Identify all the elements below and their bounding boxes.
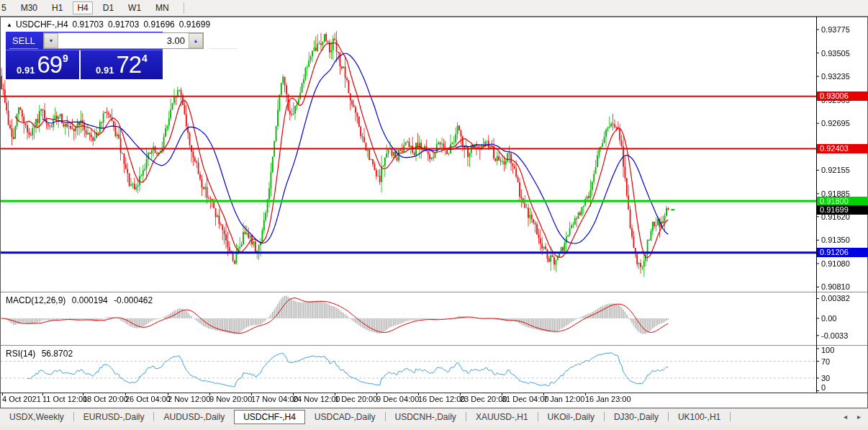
macd-axis-tick: 0.00	[821, 314, 836, 323]
ohlc-low: 0.91696	[143, 19, 174, 30]
price-axis-tick: 0.91080	[821, 259, 850, 268]
tabs-scroll-left-icon[interactable]: ◂	[844, 413, 847, 421]
tab-audusd-daily[interactable]: AUDUSD-,Daily	[154, 410, 234, 424]
time-axis-label: 11 Oct 12:00	[42, 395, 87, 403]
time-axis-label: 16 Jan 23:00	[585, 395, 631, 403]
time-axis-label: 17 Nov 04:00	[251, 395, 298, 403]
price-level-badge: 0.92403	[817, 144, 868, 153]
tab-separator	[730, 412, 731, 421]
time-axis-label: 2 Nov 12:00	[168, 395, 210, 403]
chart-title: ▲ USDCHF-,H4 0.91703 0.91703 0.91696 0.9…	[6, 19, 214, 30]
macd-signal: -0.000462	[114, 295, 153, 305]
time-axis-label: 16 Dec 12:00	[418, 395, 465, 403]
one-click-trading-panel: SELL ▼ ▲ BUY 0.91 69 9 0.91 72 4	[6, 32, 163, 79]
bid-price-prefix: 0.91	[17, 65, 35, 76]
timeframe-w1-button[interactable]: W1	[124, 1, 145, 14]
tab-xauusd-h1[interactable]: XAUUSD-,H1	[466, 410, 538, 424]
timeframe-mn-button[interactable]: MN	[151, 1, 173, 14]
price-axis-tick: 0.92155	[821, 166, 850, 174]
time-axis-label: 1 Dec 20:00	[335, 395, 377, 403]
volume-increase-icon[interactable]: ▲	[189, 33, 203, 48]
ask-price[interactable]: 0.91 72 4	[81, 50, 163, 80]
time-axis-label: 7 Jan 12:00	[543, 395, 585, 403]
tab-usdcnh-daily[interactable]: USDCNH-,Daily	[386, 410, 466, 424]
price-level-badge: 0.91800	[817, 197, 868, 206]
time-axis-label: 23 Dec 20:00	[460, 395, 507, 403]
rsi-axis-tick: 0	[821, 383, 826, 392]
timeframe-d1-button[interactable]: D1	[99, 1, 118, 14]
macd-label: MACD(12,26,9) 0.000194 -0.000462	[6, 295, 156, 305]
bid-price-main: 69	[37, 50, 62, 80]
time-axis-label: 24 Nov 12:00	[293, 395, 340, 403]
price-axis-tick: 0.93235	[821, 72, 850, 81]
tab-dj30-daily[interactable]: DJ30-,Daily	[605, 410, 668, 424]
price-axis-tick: 0.93505	[821, 49, 850, 58]
timeframe-m5-button[interactable]: 5	[0, 1, 11, 14]
rsi-name: RSI(14)	[6, 349, 35, 359]
ohlc-high: 0.91703	[108, 19, 139, 30]
time-axis-label: 9 Nov 20:00	[209, 395, 252, 403]
time-axis-label: 31 Dec 04:00	[502, 395, 548, 403]
ask-price-main: 72	[116, 50, 141, 80]
timeframe-m30-button[interactable]: M30	[17, 1, 42, 14]
time-axis-label: 4 Oct 2021	[2, 395, 41, 403]
symbol-marker-icon: ▲	[6, 22, 12, 28]
time-axis-label: 18 Oct 20:00	[83, 395, 128, 403]
price-level-badge: 0.93006	[817, 91, 868, 101]
ask-price-pip: 4	[142, 53, 148, 80]
symbol-period-label: USDCHF-,H4	[16, 19, 68, 30]
price-axis-tick: 0.91350	[821, 236, 850, 244]
ask-price-prefix: 0.91	[96, 65, 114, 76]
macd-name: MACD(12,26,9)	[6, 295, 65, 305]
current-price-badge: 0.91699	[817, 205, 868, 215]
macd-axis-tick: 0.00382	[821, 294, 850, 303]
time-axis-label: 9 Dec 04:00	[376, 395, 419, 403]
volume-input[interactable]	[58, 33, 189, 48]
volume-stepper: ▼ ▲	[43, 32, 204, 49]
tab-uk100-h1[interactable]: UK100-,H1	[669, 410, 730, 424]
time-axis-label: 26 Oct 04:00	[125, 395, 171, 403]
price-level-badge: 0.91206	[817, 248, 868, 257]
tab-scroll-controls: ◂ ▸	[844, 413, 861, 421]
price-axis-tick: 0.90810	[821, 282, 850, 291]
bid-price[interactable]: 0.91 69 9	[6, 50, 81, 80]
timeframe-toolbar: 5 M30 H1 H4 D1 W1 MN	[0, 0, 868, 17]
sell-button[interactable]: SELL	[6, 32, 42, 50]
rsi-axis-tick: 30	[821, 374, 830, 382]
bid-price-pip: 9	[63, 53, 68, 80]
tab-usdchf-h4[interactable]: USDCHF-,H4	[234, 410, 305, 424]
ohlc-close: 0.91699	[179, 19, 210, 30]
timeframe-h1-button[interactable]: H1	[48, 1, 67, 14]
tab-usdx-weekly[interactable]: USDX,Weekly	[0, 410, 73, 424]
timeframe-h4-button[interactable]: H4	[73, 1, 92, 14]
toolbar-separator	[184, 2, 184, 14]
chart-tabbar: USDX,Weekly EURUSD-,Daily AUDUSD-,Daily …	[0, 408, 868, 426]
rsi-value: 56.8702	[42, 349, 73, 359]
macd-main: 0.000194	[72, 295, 108, 305]
macd-axis-tick: -0.0033	[821, 331, 848, 340]
rsi-axis-tick: 70	[821, 357, 830, 366]
tab-usdcad-daily[interactable]: USDCAD-,Daily	[305, 410, 385, 424]
rsi-axis-tick: 100	[821, 346, 834, 354]
ohlc-open: 0.91703	[73, 19, 104, 30]
volume-decrease-icon[interactable]: ▼	[44, 33, 58, 48]
price-axis-tick: 0.93775	[821, 25, 850, 34]
terminal-window: 5 M30 H1 H4 D1 W1 MN ▲ USDCHF-,H4 0.9170…	[0, 0, 868, 430]
tab-ukoil-daily[interactable]: UKOil-,Daily	[538, 410, 604, 424]
tabs-scroll-right-icon[interactable]: ▸	[857, 413, 861, 421]
status-strip	[0, 425, 868, 430]
price-axis-tick: 0.92695	[821, 119, 850, 127]
buy-button[interactable]: BUY	[205, 32, 241, 50]
rsi-label: RSI(14) 56.8702	[6, 349, 76, 359]
tab-eurusd-daily[interactable]: EURUSD-,Daily	[74, 410, 154, 424]
